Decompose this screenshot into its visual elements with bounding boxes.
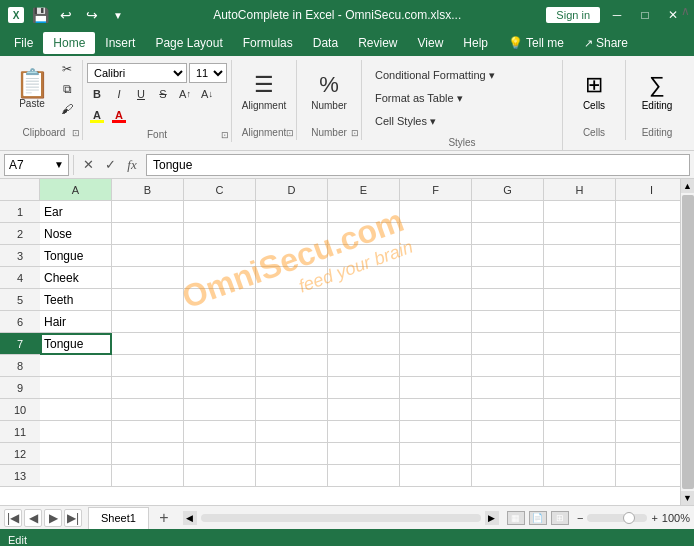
col-i-header[interactable]: I bbox=[616, 179, 680, 201]
cell-g9[interactable] bbox=[472, 377, 544, 399]
cell-a5[interactable]: Teeth bbox=[40, 289, 112, 311]
cell-e6[interactable] bbox=[328, 311, 400, 333]
cell-g2[interactable] bbox=[472, 223, 544, 245]
add-sheet-btn[interactable]: + bbox=[153, 507, 175, 529]
cell-b8[interactable] bbox=[112, 355, 184, 377]
row-5-header[interactable]: 5 bbox=[0, 289, 40, 311]
row-7-header[interactable]: 7 bbox=[0, 333, 40, 355]
cell-a4[interactable]: Cheek bbox=[40, 267, 112, 289]
alignment-button[interactable]: ☰ Alignment bbox=[238, 62, 290, 120]
cell-a12[interactable] bbox=[40, 443, 112, 465]
cell-d2[interactable] bbox=[256, 223, 328, 245]
cell-b4[interactable] bbox=[112, 267, 184, 289]
first-sheet-btn[interactable]: |◀ bbox=[4, 509, 22, 527]
vertical-scrollbar[interactable]: ▲ ▼ bbox=[680, 179, 694, 505]
cell-e8[interactable] bbox=[328, 355, 400, 377]
clipboard-expand-icon[interactable]: ⊡ bbox=[72, 128, 80, 138]
cell-b5[interactable] bbox=[112, 289, 184, 311]
cell-c6[interactable] bbox=[184, 311, 256, 333]
cell-b2[interactable] bbox=[112, 223, 184, 245]
cell-d12[interactable] bbox=[256, 443, 328, 465]
font-expand-icon[interactable]: ⊡ bbox=[221, 130, 229, 140]
paste-button[interactable]: 📋 Paste bbox=[10, 60, 54, 118]
page-layout-view-btn[interactable]: 📄 bbox=[529, 511, 547, 525]
zoom-minus-btn[interactable]: − bbox=[577, 512, 583, 524]
cell-g10[interactable] bbox=[472, 399, 544, 421]
menu-tell-me[interactable]: 💡 Tell me bbox=[498, 32, 574, 54]
cell-a11[interactable] bbox=[40, 421, 112, 443]
cell-a7[interactable]: Tongue bbox=[40, 333, 112, 355]
col-a-header[interactable]: A bbox=[40, 179, 112, 201]
cell-d8[interactable] bbox=[256, 355, 328, 377]
last-sheet-btn[interactable]: ▶| bbox=[64, 509, 82, 527]
row-10-header[interactable]: 10 bbox=[0, 399, 40, 421]
cell-i1[interactable] bbox=[616, 201, 680, 223]
cell-c12[interactable] bbox=[184, 443, 256, 465]
cell-h10[interactable] bbox=[544, 399, 616, 421]
cell-e9[interactable] bbox=[328, 377, 400, 399]
cell-c11[interactable] bbox=[184, 421, 256, 443]
col-d-header[interactable]: D bbox=[256, 179, 328, 201]
cell-f9[interactable] bbox=[400, 377, 472, 399]
menu-page-layout[interactable]: Page Layout bbox=[145, 32, 232, 54]
cell-a3[interactable]: Tongue bbox=[40, 245, 112, 267]
scroll-down-btn[interactable]: ▼ bbox=[681, 491, 695, 505]
italic-button[interactable]: I bbox=[109, 85, 129, 103]
cell-i9[interactable] bbox=[616, 377, 680, 399]
cell-g13[interactable] bbox=[472, 465, 544, 487]
menu-insert[interactable]: Insert bbox=[95, 32, 145, 54]
col-h-header[interactable]: H bbox=[544, 179, 616, 201]
cell-a10[interactable] bbox=[40, 399, 112, 421]
col-g-header[interactable]: G bbox=[472, 179, 544, 201]
customize-quick-btn[interactable]: ▼ bbox=[108, 5, 128, 25]
cell-e2[interactable] bbox=[328, 223, 400, 245]
menu-data[interactable]: Data bbox=[303, 32, 348, 54]
cell-i12[interactable] bbox=[616, 443, 680, 465]
collapse-ribbon-icon[interactable]: ∧ bbox=[681, 4, 690, 18]
cell-i2[interactable] bbox=[616, 223, 680, 245]
cell-c9[interactable] bbox=[184, 377, 256, 399]
cell-c3[interactable] bbox=[184, 245, 256, 267]
scroll-thumb[interactable] bbox=[682, 195, 694, 489]
horizontal-scroll-bar[interactable] bbox=[201, 514, 481, 522]
cell-e5[interactable] bbox=[328, 289, 400, 311]
cell-f2[interactable] bbox=[400, 223, 472, 245]
cancel-formula-btn[interactable]: ✕ bbox=[78, 155, 98, 175]
cell-g1[interactable] bbox=[472, 201, 544, 223]
row-12-header[interactable]: 12 bbox=[0, 443, 40, 465]
prev-sheet-btn[interactable]: ◀ bbox=[24, 509, 42, 527]
sign-in-button[interactable]: Sign in bbox=[546, 7, 600, 23]
cell-h1[interactable] bbox=[544, 201, 616, 223]
formula-input[interactable] bbox=[146, 154, 690, 176]
conditional-formatting-button[interactable]: Conditional Formatting ▾ bbox=[368, 64, 556, 86]
normal-view-btn[interactable]: ▦ bbox=[507, 511, 525, 525]
col-e-header[interactable]: E bbox=[328, 179, 400, 201]
decrease-font-button[interactable]: A↓ bbox=[197, 85, 217, 103]
cell-i10[interactable] bbox=[616, 399, 680, 421]
row-11-header[interactable]: 11 bbox=[0, 421, 40, 443]
cell-e13[interactable] bbox=[328, 465, 400, 487]
menu-review[interactable]: Review bbox=[348, 32, 407, 54]
cell-d7[interactable] bbox=[256, 333, 328, 355]
cell-b6[interactable] bbox=[112, 311, 184, 333]
cell-a2[interactable]: Nose bbox=[40, 223, 112, 245]
cell-a6[interactable]: Hair bbox=[40, 311, 112, 333]
cells-button[interactable]: ⊞ Cells bbox=[571, 62, 617, 120]
cell-e12[interactable] bbox=[328, 443, 400, 465]
fill-color-button[interactable]: A bbox=[87, 106, 107, 124]
horizontal-scroll-area[interactable]: ◀ ▶ bbox=[183, 511, 499, 525]
cell-g4[interactable] bbox=[472, 267, 544, 289]
cell-b13[interactable] bbox=[112, 465, 184, 487]
cell-ref-dropdown-icon[interactable]: ▼ bbox=[54, 159, 64, 170]
cell-c2[interactable] bbox=[184, 223, 256, 245]
cell-d6[interactable] bbox=[256, 311, 328, 333]
row-9-header[interactable]: 9 bbox=[0, 377, 40, 399]
row-2-header[interactable]: 2 bbox=[0, 223, 40, 245]
cell-f5[interactable] bbox=[400, 289, 472, 311]
cell-i3[interactable] bbox=[616, 245, 680, 267]
copy-button[interactable]: ⧉ bbox=[56, 80, 78, 98]
cell-f8[interactable] bbox=[400, 355, 472, 377]
cell-c5[interactable] bbox=[184, 289, 256, 311]
save-quick-btn[interactable]: 💾 bbox=[30, 5, 50, 25]
cell-reference-box[interactable]: A7 ▼ bbox=[4, 154, 69, 176]
